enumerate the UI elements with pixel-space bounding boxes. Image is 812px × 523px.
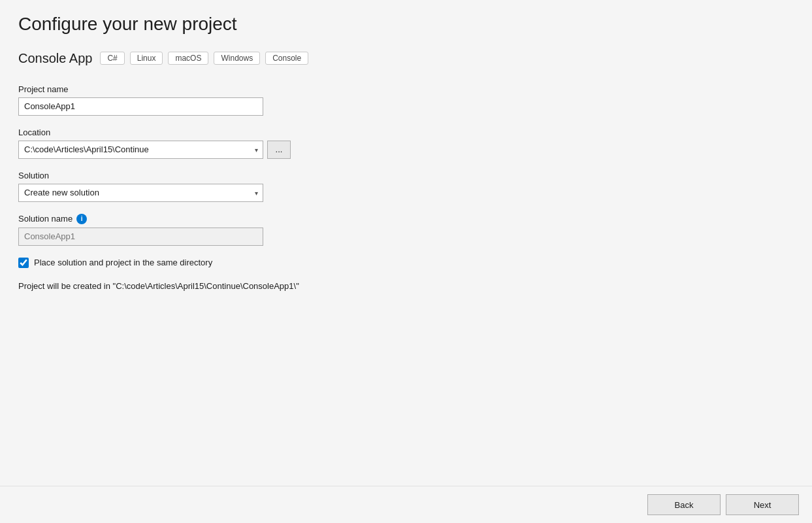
bottom-bar: Back Next xyxy=(0,486,812,523)
location-label: Location xyxy=(18,127,794,137)
solution-label: Solution xyxy=(18,171,794,180)
same-directory-checkbox[interactable] xyxy=(18,258,29,268)
solution-name-label: Solution name i xyxy=(18,214,794,224)
location-select[interactable]: C:\code\Articles\April15\Continue xyxy=(18,141,263,159)
tag-csharp: C# xyxy=(100,52,124,65)
same-directory-label[interactable]: Place solution and project in the same d… xyxy=(34,258,212,267)
project-name-label: Project name xyxy=(18,84,794,94)
solution-name-input[interactable] xyxy=(18,228,263,246)
location-section: Location C:\code\Articles\April15\Contin… xyxy=(18,127,794,159)
tag-windows: Windows xyxy=(214,52,260,65)
solution-section: Solution Create new solution Add to solu… xyxy=(18,171,794,202)
location-select-wrapper: C:\code\Articles\April15\Continue ▾ xyxy=(18,141,263,159)
page-title: Configure your new project xyxy=(18,13,794,35)
app-type-row: Console App C# Linux macOS Windows Conso… xyxy=(18,51,794,66)
info-icon[interactable]: i xyxy=(76,214,87,224)
solution-select[interactable]: Create new solution Add to solution xyxy=(18,184,263,202)
tag-console: Console xyxy=(265,52,308,65)
location-row: C:\code\Articles\April15\Continue ▾ ... xyxy=(18,141,794,159)
page-container: Configure your new project Console App C… xyxy=(0,0,812,523)
same-directory-row: Place solution and project in the same d… xyxy=(18,258,794,268)
back-button[interactable]: Back xyxy=(647,494,721,515)
app-type-name: Console App xyxy=(18,51,92,66)
tag-macos: macOS xyxy=(168,52,208,65)
project-name-input[interactable] xyxy=(18,97,263,116)
solution-select-wrapper: Create new solution Add to solution ▾ xyxy=(18,184,263,202)
project-path-info: Project will be created in "C:\code\Arti… xyxy=(18,281,794,291)
browse-button[interactable]: ... xyxy=(267,141,291,159)
solution-name-section: Solution name i xyxy=(18,214,794,246)
tag-linux: Linux xyxy=(130,52,163,65)
project-name-section: Project name xyxy=(18,84,794,116)
next-button[interactable]: Next xyxy=(726,494,799,515)
